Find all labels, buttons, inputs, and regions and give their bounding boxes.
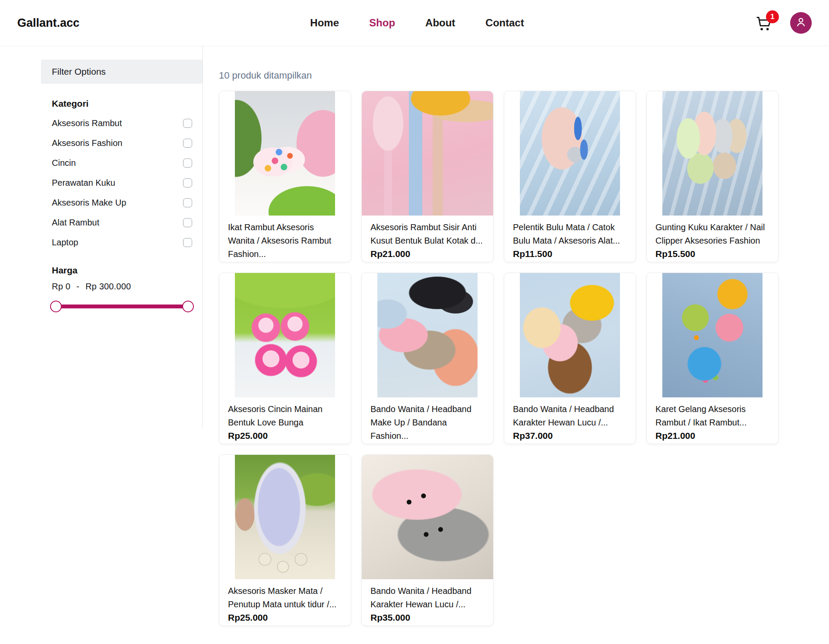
- product-info: Bando Wanita / Headband Karakter Hewan L…: [362, 579, 493, 623]
- product-photo: [520, 273, 620, 397]
- category-row[interactable]: Aksesoris Rambut: [41, 113, 203, 133]
- category-label: Laptop: [52, 238, 78, 247]
- product-price: Rp21.000: [370, 249, 484, 259]
- price-max: Rp 300.000: [85, 282, 131, 291]
- product-photo: [377, 273, 478, 397]
- category-row[interactable]: Aksesoris Fashion: [41, 133, 203, 153]
- product-card[interactable]: Aksesoris Masker Mata / Penutup Mata unt…: [219, 454, 351, 626]
- product-card[interactable]: Ikat Rambut Aksesoris Wanita / Aksesoris…: [219, 91, 351, 262]
- product-card[interactable]: Bando Wanita / Headband Karakter Hewan L…: [504, 273, 636, 444]
- product-image: [647, 273, 778, 397]
- product-image: [219, 91, 351, 216]
- nav-about[interactable]: About: [425, 17, 455, 29]
- product-title: Aksesoris Cincin Mainan Bentuk Love Bung…: [228, 403, 342, 429]
- product-image: [362, 273, 493, 397]
- brand-logo[interactable]: Gallant.acc: [17, 16, 79, 30]
- product-card[interactable]: Pelentik Bulu Mata / Catok Bulu Mata / A…: [504, 91, 636, 262]
- product-info: Bando Wanita / Headband Make Up / Bandan…: [362, 397, 493, 444]
- category-checkbox[interactable]: [183, 178, 192, 187]
- product-price: Rp15.500: [655, 249, 769, 259]
- product-info: Aksesoris Rambut Sisir Anti Kusut Bentuk…: [362, 216, 493, 259]
- header-icons: 1: [755, 12, 812, 34]
- category-row[interactable]: Cincin: [41, 153, 203, 173]
- product-card[interactable]: Bando Wanita / Headband Make Up / Bandan…: [361, 273, 494, 444]
- product-area: 10 produk ditampilkan Ikat Rambut Akseso…: [203, 46, 829, 626]
- product-title: Bando Wanita / Headband Karakter Hewan L…: [513, 403, 627, 429]
- product-title: Aksesoris Rambut Sisir Anti Kusut Bentuk…: [370, 221, 484, 247]
- nav-home[interactable]: Home: [310, 17, 339, 29]
- product-card[interactable]: Karet Gelang Aksesoris Rambut / Ikat Ram…: [646, 273, 778, 444]
- product-grid: Ikat Rambut Aksesoris Wanita / Aksesoris…: [219, 91, 778, 626]
- product-image: [504, 273, 636, 397]
- category-list: Aksesoris Rambut Aksesoris Fashion Cinci…: [41, 113, 203, 252]
- category-checkbox[interactable]: [183, 119, 192, 128]
- page-content: Filter Options Kategori Aksesoris Rambut…: [0, 46, 829, 626]
- product-image: [362, 455, 493, 579]
- product-info: Karet Gelang Aksesoris Rambut / Ikat Ram…: [647, 397, 778, 441]
- category-checkbox[interactable]: [183, 218, 192, 227]
- category-label: Aksesoris Rambut: [52, 118, 122, 128]
- product-card[interactable]: Aksesoris Cincin Mainan Bentuk Love Bung…: [219, 273, 351, 444]
- filter-sidebar: Filter Options Kategori Aksesoris Rambut…: [41, 46, 203, 428]
- product-card[interactable]: Gunting Kuku Karakter / Nail Clipper Aks…: [646, 91, 778, 262]
- product-price: Rp35.000: [370, 612, 484, 623]
- category-label: Alat Rambut: [52, 218, 99, 228]
- category-checkbox[interactable]: [183, 159, 192, 168]
- main-nav: Home Shop About Contact: [79, 17, 755, 29]
- category-label: Aksesoris Fashion: [52, 138, 122, 148]
- product-title: Ikat Rambut Aksesoris Wanita / Aksesoris…: [228, 221, 342, 261]
- filter-options-header: Filter Options: [41, 60, 203, 84]
- product-title: Bando Wanita / Headband Karakter Hewan L…: [370, 584, 484, 611]
- price-slider-handle-max[interactable]: [182, 301, 194, 312]
- nav-contact[interactable]: Contact: [485, 17, 524, 29]
- product-card[interactable]: Bando Wanita / Headband Karakter Hewan L…: [361, 454, 494, 626]
- harga-heading: Harga: [52, 265, 192, 276]
- price-slider[interactable]: [52, 300, 192, 312]
- category-checkbox[interactable]: [183, 238, 192, 247]
- product-photo: [662, 91, 763, 216]
- product-title: Karet Gelang Aksesoris Rambut / Ikat Ram…: [655, 403, 769, 429]
- user-avatar-button[interactable]: [790, 12, 812, 34]
- product-price: Rp25.000: [228, 612, 342, 623]
- category-row[interactable]: Aksesoris Make Up: [41, 193, 203, 213]
- nav-shop[interactable]: Shop: [369, 17, 395, 29]
- product-photo: [235, 91, 335, 216]
- product-price: Rp21.000: [655, 431, 769, 441]
- product-price: Rp11.500: [513, 249, 627, 259]
- price-slider-handle-min[interactable]: [50, 301, 62, 312]
- product-info: Bando Wanita / Headband Karakter Hewan L…: [504, 397, 636, 441]
- product-price: Rp25.000: [228, 431, 342, 441]
- product-photo: [520, 91, 620, 216]
- product-info: Aksesoris Cincin Mainan Bentuk Love Bung…: [219, 397, 351, 441]
- product-photo: [362, 91, 493, 216]
- product-title: Gunting Kuku Karakter / Nail Clipper Aks…: [655, 221, 769, 247]
- product-image: [504, 91, 636, 216]
- category-label: Aksesoris Make Up: [52, 198, 126, 208]
- product-image: [219, 455, 351, 579]
- app-header: Gallant.acc Home Shop About Contact 1: [0, 0, 829, 46]
- price-separator: -: [76, 282, 79, 291]
- product-photo: [235, 455, 335, 579]
- product-info: Pelentik Bulu Mata / Catok Bulu Mata / A…: [504, 216, 636, 259]
- product-image: [647, 91, 778, 216]
- product-photo: [662, 273, 763, 397]
- results-count: 10 produk ditampilkan: [219, 70, 829, 81]
- price-range-label: Rp 0-Rp 300.000: [52, 282, 192, 292]
- category-checkbox[interactable]: [183, 198, 192, 207]
- category-row[interactable]: Perawatan Kuku: [41, 173, 203, 193]
- price-slider-track[interactable]: [54, 305, 190, 308]
- category-label: Cincin: [52, 158, 76, 168]
- product-title: Aksesoris Masker Mata / Penutup Mata unt…: [228, 584, 342, 611]
- cart-button[interactable]: 1: [755, 12, 776, 34]
- kategori-heading: Kategori: [52, 98, 192, 109]
- product-price: Rp37.000: [513, 431, 627, 441]
- category-checkbox[interactable]: [183, 139, 192, 148]
- product-info: Aksesoris Masker Mata / Penutup Mata unt…: [219, 579, 351, 623]
- product-photo: [362, 455, 493, 579]
- category-row[interactable]: Laptop: [41, 232, 203, 252]
- product-title: Bando Wanita / Headband Make Up / Bandan…: [370, 403, 484, 443]
- product-card[interactable]: Aksesoris Rambut Sisir Anti Kusut Bentuk…: [361, 91, 494, 262]
- category-row[interactable]: Alat Rambut: [41, 213, 203, 232]
- price-min: Rp 0: [52, 282, 70, 291]
- product-title: Pelentik Bulu Mata / Catok Bulu Mata / A…: [513, 221, 627, 247]
